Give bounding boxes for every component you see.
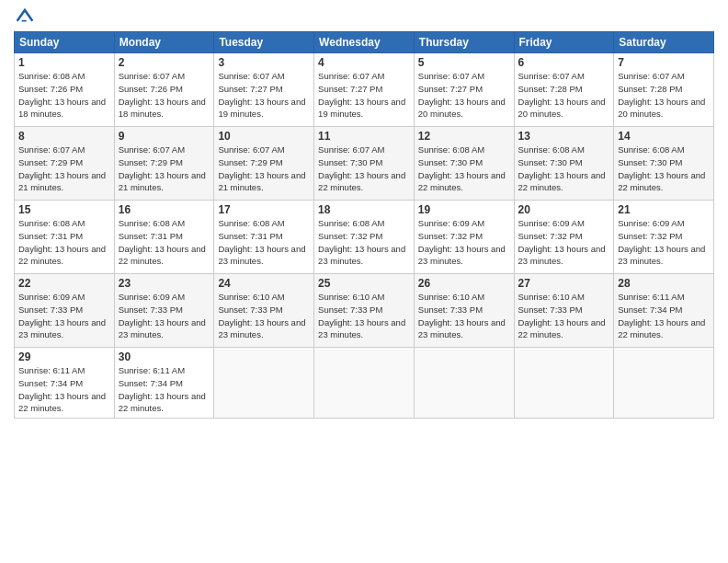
table-row: 4 Sunrise: 6:07 AMSunset: 7:27 PMDayligh…	[314, 53, 415, 127]
logo-icon	[16, 6, 34, 24]
table-row: 16 Sunrise: 6:08 AMSunset: 7:31 PMDaylig…	[114, 201, 214, 274]
day-number: 16	[119, 203, 210, 216]
cell-info: Sunrise: 6:07 AMSunset: 7:27 PMDaylight:…	[418, 71, 506, 119]
cell-info: Sunrise: 6:09 AMSunset: 7:32 PMDaylight:…	[418, 218, 506, 266]
table-row: 17 Sunrise: 6:08 AMSunset: 7:31 PMDaylig…	[214, 201, 314, 274]
cell-info: Sunrise: 6:08 AMSunset: 7:31 PMDaylight:…	[18, 218, 106, 266]
day-number: 17	[218, 203, 310, 216]
table-row: 2 Sunrise: 6:07 AMSunset: 7:26 PMDayligh…	[114, 53, 214, 127]
cell-info: Sunrise: 6:11 AMSunset: 7:34 PMDaylight:…	[618, 292, 705, 339]
table-row: 5 Sunrise: 6:07 AMSunset: 7:27 PMDayligh…	[414, 53, 514, 127]
day-number: 10	[218, 130, 310, 143]
day-number: 18	[318, 203, 410, 216]
table-row: 22 Sunrise: 6:09 AMSunset: 7:33 PMDaylig…	[15, 274, 115, 348]
day-number: 12	[418, 130, 510, 143]
cell-info: Sunrise: 6:10 AMSunset: 7:33 PMDaylight:…	[318, 292, 405, 339]
table-row	[614, 348, 714, 419]
cell-info: Sunrise: 6:08 AMSunset: 7:31 PMDaylight:…	[119, 218, 206, 266]
day-number: 19	[418, 203, 510, 216]
col-wednesday: Wednesday	[314, 32, 415, 53]
cell-info: Sunrise: 6:07 AMSunset: 7:30 PMDaylight:…	[318, 144, 405, 192]
cell-info: Sunrise: 6:08 AMSunset: 7:30 PMDaylight:…	[618, 144, 705, 192]
table-row: 3 Sunrise: 6:07 AMSunset: 7:27 PMDayligh…	[214, 53, 314, 127]
col-monday: Monday	[114, 32, 214, 53]
day-number: 22	[18, 277, 110, 290]
col-friday: Friday	[514, 32, 614, 53]
day-number: 14	[618, 130, 710, 143]
table-row	[414, 348, 514, 419]
table-row: 9 Sunrise: 6:07 AMSunset: 7:29 PMDayligh…	[114, 127, 214, 201]
cell-info: Sunrise: 6:09 AMSunset: 7:32 PMDaylight:…	[618, 218, 705, 266]
cell-info: Sunrise: 6:10 AMSunset: 7:33 PMDaylight:…	[218, 292, 305, 339]
table-row: 7 Sunrise: 6:07 AMSunset: 7:28 PMDayligh…	[614, 53, 714, 127]
table-row: 29 Sunrise: 6:11 AMSunset: 7:34 PMDaylig…	[15, 348, 115, 419]
cell-info: Sunrise: 6:07 AMSunset: 7:27 PMDaylight:…	[218, 71, 305, 119]
table-row: 25 Sunrise: 6:10 AMSunset: 7:33 PMDaylig…	[314, 274, 415, 348]
table-row	[214, 348, 314, 419]
table-row: 6 Sunrise: 6:07 AMSunset: 7:28 PMDayligh…	[514, 53, 614, 127]
day-number: 23	[119, 277, 210, 290]
table-row: 14 Sunrise: 6:08 AMSunset: 7:30 PMDaylig…	[614, 127, 714, 201]
table-row: 24 Sunrise: 6:10 AMSunset: 7:33 PMDaylig…	[214, 274, 314, 348]
table-row: 1 Sunrise: 6:08 AMSunset: 7:26 PMDayligh…	[15, 53, 115, 127]
cell-info: Sunrise: 6:10 AMSunset: 7:33 PMDaylight:…	[418, 292, 506, 339]
table-row: 30 Sunrise: 6:11 AMSunset: 7:34 PMDaylig…	[114, 348, 214, 419]
table-row: 15 Sunrise: 6:08 AMSunset: 7:31 PMDaylig…	[15, 201, 115, 274]
calendar-page: Sunday Monday Tuesday Wednesday Thursday…	[0, 0, 728, 563]
logo	[14, 9, 34, 24]
table-row: 10 Sunrise: 6:07 AMSunset: 7:29 PMDaylig…	[214, 127, 314, 201]
day-number: 8	[18, 130, 110, 143]
day-number: 28	[618, 277, 710, 290]
day-number: 25	[318, 277, 410, 290]
cell-info: Sunrise: 6:07 AMSunset: 7:27 PMDaylight:…	[318, 71, 405, 119]
calendar-header-row: Sunday Monday Tuesday Wednesday Thursday…	[15, 32, 714, 53]
cell-info: Sunrise: 6:07 AMSunset: 7:29 PMDaylight:…	[218, 144, 305, 192]
table-row	[314, 348, 415, 419]
table-row: 20 Sunrise: 6:09 AMSunset: 7:32 PMDaylig…	[514, 201, 614, 274]
cell-info: Sunrise: 6:10 AMSunset: 7:33 PMDaylight:…	[518, 292, 606, 339]
cell-info: Sunrise: 6:07 AMSunset: 7:28 PMDaylight:…	[618, 71, 705, 119]
day-number: 4	[318, 56, 410, 69]
cell-info: Sunrise: 6:07 AMSunset: 7:28 PMDaylight:…	[518, 71, 606, 119]
col-thursday: Thursday	[414, 32, 514, 53]
cell-info: Sunrise: 6:08 AMSunset: 7:31 PMDaylight:…	[218, 218, 305, 266]
day-number: 24	[218, 277, 310, 290]
table-row: 13 Sunrise: 6:08 AMSunset: 7:30 PMDaylig…	[514, 127, 614, 201]
day-number: 13	[518, 130, 610, 143]
day-number: 30	[119, 350, 210, 363]
day-number: 2	[119, 56, 210, 69]
table-row: 28 Sunrise: 6:11 AMSunset: 7:34 PMDaylig…	[614, 274, 714, 348]
col-saturday: Saturday	[614, 32, 714, 53]
page-header	[14, 9, 714, 24]
table-row: 19 Sunrise: 6:09 AMSunset: 7:32 PMDaylig…	[414, 201, 514, 274]
cell-info: Sunrise: 6:11 AMSunset: 7:34 PMDaylight:…	[119, 365, 206, 413]
day-number: 11	[318, 130, 410, 143]
day-number: 6	[518, 56, 610, 69]
cell-info: Sunrise: 6:08 AMSunset: 7:26 PMDaylight:…	[18, 71, 106, 119]
cell-info: Sunrise: 6:07 AMSunset: 7:26 PMDaylight:…	[119, 71, 206, 119]
cell-info: Sunrise: 6:07 AMSunset: 7:29 PMDaylight:…	[18, 144, 106, 192]
table-row: 11 Sunrise: 6:07 AMSunset: 7:30 PMDaylig…	[314, 127, 415, 201]
table-row: 8 Sunrise: 6:07 AMSunset: 7:29 PMDayligh…	[15, 127, 115, 201]
day-number: 9	[119, 130, 210, 143]
table-row: 21 Sunrise: 6:09 AMSunset: 7:32 PMDaylig…	[614, 201, 714, 274]
day-number: 3	[218, 56, 310, 69]
table-row: 23 Sunrise: 6:09 AMSunset: 7:33 PMDaylig…	[114, 274, 214, 348]
day-number: 29	[18, 350, 110, 363]
table-row: 26 Sunrise: 6:10 AMSunset: 7:33 PMDaylig…	[414, 274, 514, 348]
day-number: 5	[418, 56, 510, 69]
table-row	[514, 348, 614, 419]
cell-info: Sunrise: 6:09 AMSunset: 7:33 PMDaylight:…	[18, 292, 106, 339]
day-number: 26	[418, 277, 510, 290]
day-number: 20	[518, 203, 610, 216]
table-row: 12 Sunrise: 6:08 AMSunset: 7:30 PMDaylig…	[414, 127, 514, 201]
day-number: 15	[18, 203, 110, 216]
calendar-table: Sunday Monday Tuesday Wednesday Thursday…	[14, 31, 714, 419]
cell-info: Sunrise: 6:08 AMSunset: 7:30 PMDaylight:…	[518, 144, 606, 192]
cell-info: Sunrise: 6:07 AMSunset: 7:29 PMDaylight:…	[119, 144, 206, 192]
day-number: 7	[618, 56, 710, 69]
cell-info: Sunrise: 6:11 AMSunset: 7:34 PMDaylight:…	[18, 365, 106, 413]
day-number: 1	[18, 56, 110, 69]
cell-info: Sunrise: 6:08 AMSunset: 7:32 PMDaylight:…	[318, 218, 405, 266]
cell-info: Sunrise: 6:09 AMSunset: 7:32 PMDaylight:…	[518, 218, 606, 266]
